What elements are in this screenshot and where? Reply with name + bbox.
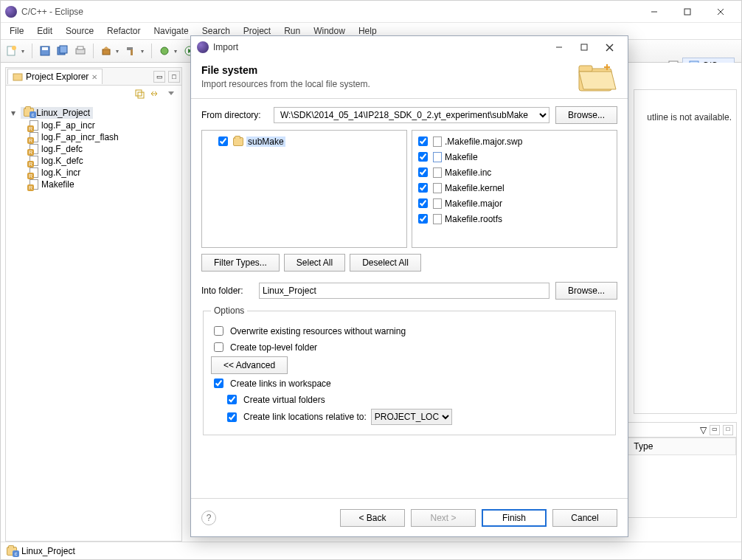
tree-file[interactable]: Rlog.F_ap_incr_flash [9, 131, 178, 143]
close-button[interactable] [704, 1, 737, 22]
select-all-button[interactable]: Select All [284, 254, 345, 272]
view-menu-icon[interactable]: ▽ [700, 425, 707, 435]
table-col-type[interactable]: Type [628, 438, 736, 455]
tree-project-node[interactable]: ▾ c Linux_Project [9, 106, 178, 120]
create-links-checkbox[interactable] [214, 378, 223, 388]
menu-edit[interactable]: Edit [31, 24, 58, 38]
create-links-label: Create links in workspace [230, 378, 331, 389]
advanced-button[interactable]: << Advanced [211, 356, 288, 374]
debug-icon[interactable] [156, 43, 173, 59]
list-item[interactable]: .Makefile.major.swp [415, 134, 614, 149]
file-checkbox[interactable] [418, 183, 428, 193]
cancel-button[interactable]: Cancel [552, 509, 617, 527]
view-menu-icon[interactable] [167, 89, 178, 100]
dialog-footer: ? < Back Next > Finish Cancel [191, 498, 628, 536]
folder-checkbox[interactable] [218, 136, 228, 146]
options-legend: Options [211, 305, 247, 316]
folder-icon [233, 137, 243, 146]
from-directory-combo[interactable]: W:\SDK\2014_05_14\IP218_SDK_0_2.yt_exper… [274, 107, 549, 123]
svg-rect-1 [684, 9, 690, 15]
project-explorer-title: Project Explorer [26, 72, 89, 82]
into-folder-input[interactable] [259, 283, 549, 299]
window-title: C/C++ - Eclipse [21, 7, 637, 17]
file-checkbox[interactable] [418, 198, 428, 208]
print-icon[interactable] [72, 43, 89, 59]
deselect-all-button[interactable]: Deselect All [350, 254, 421, 272]
menu-refactor[interactable]: Refactor [101, 24, 146, 38]
next-button[interactable]: Next > [411, 509, 476, 527]
top-level-label: Create top-level folder [230, 342, 317, 353]
import-folder-icon [576, 60, 617, 94]
source-folder-row[interactable]: subMake [205, 134, 403, 149]
file-checkbox[interactable] [418, 136, 428, 146]
list-item[interactable]: Makefile [415, 149, 614, 165]
statusbar: c Linux_Project [1, 542, 741, 559]
view-maximize-icon[interactable]: □ [168, 71, 180, 83]
list-item[interactable]: Makefile.kernel [415, 180, 614, 196]
file-icon [433, 136, 442, 147]
help-icon[interactable]: ? [201, 511, 216, 525]
dialog-heading: File system [201, 64, 617, 76]
overwrite-checkbox[interactable] [214, 326, 223, 336]
file-icon [433, 152, 442, 162]
dialog-maximize-button[interactable] [572, 38, 597, 56]
outline-view: utline is not available. [634, 89, 737, 414]
close-icon[interactable]: ✕ [91, 73, 97, 81]
project-tree[interactable]: ▾ c Linux_Project Rlog.F_ap_incr Rlog.F_… [6, 103, 181, 541]
eclipse-icon [197, 41, 209, 53]
menu-source[interactable]: Source [60, 24, 100, 38]
link-editor-icon[interactable] [149, 89, 161, 100]
virtual-folders-checkbox[interactable] [227, 395, 237, 404]
back-button[interactable]: < Back [340, 509, 405, 527]
menu-navigate[interactable]: Navigate [148, 24, 194, 38]
list-item[interactable]: Makefile.major [415, 196, 614, 211]
svg-rect-23 [136, 90, 142, 96]
file-icon [433, 183, 442, 193]
tree-file[interactable]: Rlog.F_defc [9, 143, 178, 155]
finish-button[interactable]: Finish [482, 509, 547, 527]
dialog-header: File system Import resources from the lo… [191, 58, 628, 99]
dialog-title: Import [213, 42, 547, 52]
list-item[interactable]: Makefile.rootfs [415, 211, 614, 227]
tree-file[interactable]: Rlog.K_defc [9, 155, 178, 167]
virtual-folders-label: Create virtual folders [243, 395, 325, 405]
maximize-button[interactable] [670, 1, 704, 22]
relative-to-combo[interactable]: PROJECT_LOC [371, 409, 452, 425]
project-explorer-tab[interactable]: Project Explorer ✕ [7, 69, 103, 84]
view-maximize-icon[interactable]: □ [723, 425, 733, 435]
relative-to-checkbox[interactable] [227, 412, 237, 422]
tree-file[interactable]: Rlog.F_ap_incr [9, 120, 178, 131]
explorer-icon [13, 72, 23, 81]
new-icon[interactable] [4, 43, 20, 59]
minimize-button[interactable] [637, 1, 670, 22]
hammer-icon[interactable] [123, 43, 139, 59]
collapse-all-icon[interactable] [134, 89, 146, 100]
view-minimize-icon[interactable]: ▭ [153, 71, 165, 83]
filter-types-button[interactable]: Filter Types... [201, 254, 280, 272]
browse-into-button[interactable]: Browse... [555, 282, 617, 300]
project-explorer-view: Project Explorer ✕ ▭ □ ▾ c Linux_Project… [5, 67, 182, 542]
menu-file[interactable]: File [4, 24, 30, 38]
top-level-checkbox[interactable] [214, 342, 223, 352]
dialog-close-button[interactable] [597, 38, 622, 56]
file-checkbox[interactable] [418, 152, 428, 162]
file-icon [433, 214, 442, 224]
svg-rect-9 [60, 46, 67, 53]
build-icon[interactable] [98, 43, 114, 59]
tree-file[interactable]: Rlog.K_incr [9, 167, 178, 179]
save-all-icon[interactable] [55, 43, 71, 59]
view-minimize-icon[interactable]: ▭ [710, 425, 720, 435]
browse-from-button[interactable]: Browse... [555, 106, 617, 124]
file-icon [433, 198, 442, 209]
file-list[interactable]: .Makefile.major.swp Makefile Makefile.in… [412, 130, 617, 248]
dialog-subheading: Import resources from the local file sys… [201, 79, 617, 89]
svg-rect-7 [42, 47, 48, 50]
file-checkbox[interactable] [418, 214, 428, 224]
list-item[interactable]: Makefile.inc [415, 165, 614, 180]
save-icon[interactable] [37, 43, 53, 59]
tree-file[interactable]: RMakefile [9, 179, 178, 190]
svg-marker-13 [103, 46, 110, 49]
dialog-minimize-button[interactable] [547, 38, 572, 56]
file-checkbox[interactable] [418, 167, 428, 177]
source-tree[interactable]: subMake [201, 130, 407, 248]
